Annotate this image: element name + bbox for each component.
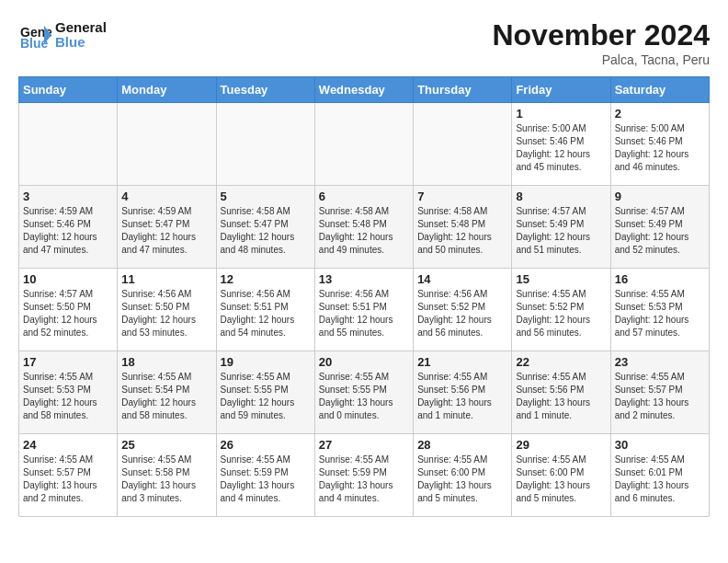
svg-text:Blue: Blue xyxy=(20,36,49,51)
calendar-cell: 17Sunrise: 4:55 AM Sunset: 5:53 PM Dayli… xyxy=(19,351,118,434)
calendar-week-row: 10Sunrise: 4:57 AM Sunset: 5:50 PM Dayli… xyxy=(19,269,710,351)
day-detail: Sunrise: 4:55 AM Sunset: 5:52 PM Dayligh… xyxy=(516,288,606,339)
day-number: 16 xyxy=(615,272,705,286)
day-number: 20 xyxy=(319,355,409,369)
calendar-week-row: 17Sunrise: 4:55 AM Sunset: 5:53 PM Dayli… xyxy=(19,351,710,434)
day-number: 17 xyxy=(23,355,113,369)
day-number: 13 xyxy=(319,272,409,286)
calendar-cell: 19Sunrise: 4:55 AM Sunset: 5:55 PM Dayli… xyxy=(216,351,314,434)
calendar-cell: 30Sunrise: 4:55 AM Sunset: 6:01 PM Dayli… xyxy=(610,434,709,517)
calendar-cell xyxy=(19,103,118,186)
weekday-header: Friday xyxy=(512,77,610,103)
day-number: 9 xyxy=(615,190,705,203)
day-detail: Sunrise: 4:57 AM Sunset: 5:49 PM Dayligh… xyxy=(516,205,606,257)
day-detail: Sunrise: 4:59 AM Sunset: 5:46 PM Dayligh… xyxy=(23,205,113,257)
calendar-cell: 29Sunrise: 4:55 AM Sunset: 6:00 PM Dayli… xyxy=(512,434,610,517)
day-detail: Sunrise: 4:57 AM Sunset: 5:50 PM Dayligh… xyxy=(23,288,113,339)
day-number: 18 xyxy=(121,355,211,369)
day-number: 25 xyxy=(121,438,211,452)
calendar-cell: 6Sunrise: 4:58 AM Sunset: 5:48 PM Daylig… xyxy=(314,186,413,269)
calendar-cell xyxy=(118,103,216,186)
weekday-header: Tuesday xyxy=(216,77,314,103)
day-detail: Sunrise: 4:57 AM Sunset: 5:49 PM Dayligh… xyxy=(615,205,705,257)
day-number: 5 xyxy=(221,190,311,203)
day-detail: Sunrise: 4:55 AM Sunset: 5:56 PM Dayligh… xyxy=(417,371,507,422)
day-detail: Sunrise: 4:58 AM Sunset: 5:48 PM Dayligh… xyxy=(417,205,507,257)
calendar-cell: 26Sunrise: 4:55 AM Sunset: 5:59 PM Dayli… xyxy=(216,434,314,517)
calendar-cell: 22Sunrise: 4:55 AM Sunset: 5:56 PM Dayli… xyxy=(512,351,610,434)
day-detail: Sunrise: 4:55 AM Sunset: 5:59 PM Dayligh… xyxy=(221,454,311,505)
day-detail: Sunrise: 4:55 AM Sunset: 5:55 PM Dayligh… xyxy=(319,371,409,422)
calendar-cell xyxy=(216,103,314,186)
calendar-cell: 12Sunrise: 4:56 AM Sunset: 5:51 PM Dayli… xyxy=(216,269,314,351)
day-number: 1 xyxy=(516,107,606,121)
calendar-cell: 4Sunrise: 4:59 AM Sunset: 5:47 PM Daylig… xyxy=(118,186,216,269)
calendar-cell: 20Sunrise: 4:55 AM Sunset: 5:55 PM Dayli… xyxy=(314,351,413,434)
calendar-cell: 7Sunrise: 4:58 AM Sunset: 5:48 PM Daylig… xyxy=(414,186,512,269)
calendar-cell: 15Sunrise: 4:55 AM Sunset: 5:52 PM Dayli… xyxy=(512,269,610,351)
day-detail: Sunrise: 4:56 AM Sunset: 5:51 PM Dayligh… xyxy=(221,288,311,339)
day-number: 3 xyxy=(23,190,113,203)
day-number: 8 xyxy=(516,190,606,203)
calendar-cell: 1Sunrise: 5:00 AM Sunset: 5:46 PM Daylig… xyxy=(512,103,610,186)
day-number: 15 xyxy=(516,272,606,286)
weekday-header: Sunday xyxy=(19,77,118,103)
calendar-cell: 28Sunrise: 4:55 AM Sunset: 6:00 PM Dayli… xyxy=(414,434,512,517)
day-number: 29 xyxy=(516,438,606,452)
day-number: 14 xyxy=(417,272,507,286)
day-detail: Sunrise: 4:55 AM Sunset: 5:53 PM Dayligh… xyxy=(615,288,705,339)
calendar-cell: 5Sunrise: 4:58 AM Sunset: 5:47 PM Daylig… xyxy=(216,186,314,269)
calendar-week-row: 3Sunrise: 4:59 AM Sunset: 5:46 PM Daylig… xyxy=(19,186,710,269)
day-detail: Sunrise: 4:55 AM Sunset: 5:57 PM Dayligh… xyxy=(23,454,113,505)
calendar-cell: 16Sunrise: 4:55 AM Sunset: 5:53 PM Dayli… xyxy=(610,269,709,351)
calendar-week-row: 1Sunrise: 5:00 AM Sunset: 5:46 PM Daylig… xyxy=(19,103,710,186)
day-detail: Sunrise: 4:55 AM Sunset: 5:58 PM Dayligh… xyxy=(121,454,211,505)
calendar-week-row: 24Sunrise: 4:55 AM Sunset: 5:57 PM Dayli… xyxy=(19,434,710,517)
calendar-cell: 21Sunrise: 4:55 AM Sunset: 5:56 PM Dayli… xyxy=(414,351,512,434)
weekday-header: Wednesday xyxy=(314,77,413,103)
day-number: 6 xyxy=(319,190,409,203)
weekday-header: Saturday xyxy=(610,77,709,103)
calendar-cell xyxy=(414,103,512,186)
calendar-cell: 8Sunrise: 4:57 AM Sunset: 5:49 PM Daylig… xyxy=(512,186,610,269)
day-detail: Sunrise: 4:56 AM Sunset: 5:52 PM Dayligh… xyxy=(417,288,507,339)
calendar-cell: 18Sunrise: 4:55 AM Sunset: 5:54 PM Dayli… xyxy=(118,351,216,434)
calendar-table: SundayMondayTuesdayWednesdayThursdayFrid… xyxy=(18,76,710,517)
calendar-cell: 27Sunrise: 4:55 AM Sunset: 5:59 PM Dayli… xyxy=(314,434,413,517)
day-number: 23 xyxy=(615,355,705,369)
calendar-cell: 14Sunrise: 4:56 AM Sunset: 5:52 PM Dayli… xyxy=(414,269,512,351)
calendar-cell: 25Sunrise: 4:55 AM Sunset: 5:58 PM Dayli… xyxy=(118,434,216,517)
calendar-cell: 2Sunrise: 5:00 AM Sunset: 5:46 PM Daylig… xyxy=(610,103,709,186)
day-detail: Sunrise: 4:55 AM Sunset: 5:55 PM Dayligh… xyxy=(221,371,311,422)
calendar-cell: 9Sunrise: 4:57 AM Sunset: 5:49 PM Daylig… xyxy=(610,186,709,269)
calendar-header-row: SundayMondayTuesdayWednesdayThursdayFrid… xyxy=(19,77,710,103)
day-detail: Sunrise: 4:55 AM Sunset: 5:59 PM Dayligh… xyxy=(319,454,409,505)
calendar-cell xyxy=(314,103,413,186)
location: Palca, Tacna, Peru xyxy=(492,52,710,67)
weekday-header: Thursday xyxy=(414,77,512,103)
calendar-cell: 10Sunrise: 4:57 AM Sunset: 5:50 PM Dayli… xyxy=(19,269,118,351)
day-number: 4 xyxy=(121,190,211,203)
day-detail: Sunrise: 4:58 AM Sunset: 5:48 PM Dayligh… xyxy=(319,205,409,257)
day-number: 7 xyxy=(417,190,507,203)
calendar-cell: 23Sunrise: 4:55 AM Sunset: 5:57 PM Dayli… xyxy=(610,351,709,434)
day-number: 24 xyxy=(23,438,113,452)
weekday-header: Monday xyxy=(118,77,216,103)
day-number: 12 xyxy=(221,272,311,286)
day-detail: Sunrise: 4:59 AM Sunset: 5:47 PM Dayligh… xyxy=(121,205,211,257)
day-detail: Sunrise: 4:55 AM Sunset: 5:57 PM Dayligh… xyxy=(615,371,705,422)
day-detail: Sunrise: 5:00 AM Sunset: 5:46 PM Dayligh… xyxy=(516,122,606,174)
day-number: 2 xyxy=(615,107,705,121)
logo-text-general: General xyxy=(55,19,107,35)
day-number: 11 xyxy=(121,272,211,286)
calendar-body: 1Sunrise: 5:00 AM Sunset: 5:46 PM Daylig… xyxy=(19,103,710,517)
day-number: 27 xyxy=(319,438,409,452)
day-number: 10 xyxy=(23,272,113,286)
page-header: General Blue General Blue November 2024 … xyxy=(18,18,710,67)
calendar-cell: 3Sunrise: 4:59 AM Sunset: 5:46 PM Daylig… xyxy=(19,186,118,269)
day-detail: Sunrise: 4:55 AM Sunset: 6:00 PM Dayligh… xyxy=(417,454,507,505)
month-title: November 2024 xyxy=(492,18,710,52)
logo-text-blue: Blue xyxy=(55,34,85,50)
day-number: 28 xyxy=(417,438,507,452)
day-detail: Sunrise: 4:55 AM Sunset: 6:01 PM Dayligh… xyxy=(615,454,705,505)
